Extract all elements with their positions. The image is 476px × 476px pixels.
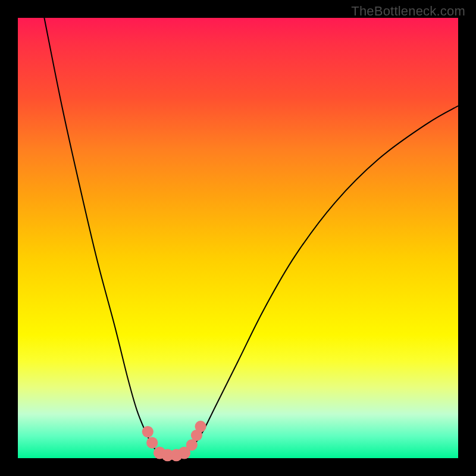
data-marker <box>142 426 154 437</box>
data-marker <box>146 437 158 448</box>
chart-svg <box>18 18 458 458</box>
data-marker <box>195 421 206 432</box>
chart-frame: TheBottleneck.com <box>0 0 476 476</box>
series-left-branch <box>44 18 158 454</box>
series-right-branch <box>185 106 458 454</box>
watermark-text: TheBottleneck.com <box>351 4 465 19</box>
curve-layer <box>44 18 458 456</box>
data-marker <box>186 439 198 450</box>
